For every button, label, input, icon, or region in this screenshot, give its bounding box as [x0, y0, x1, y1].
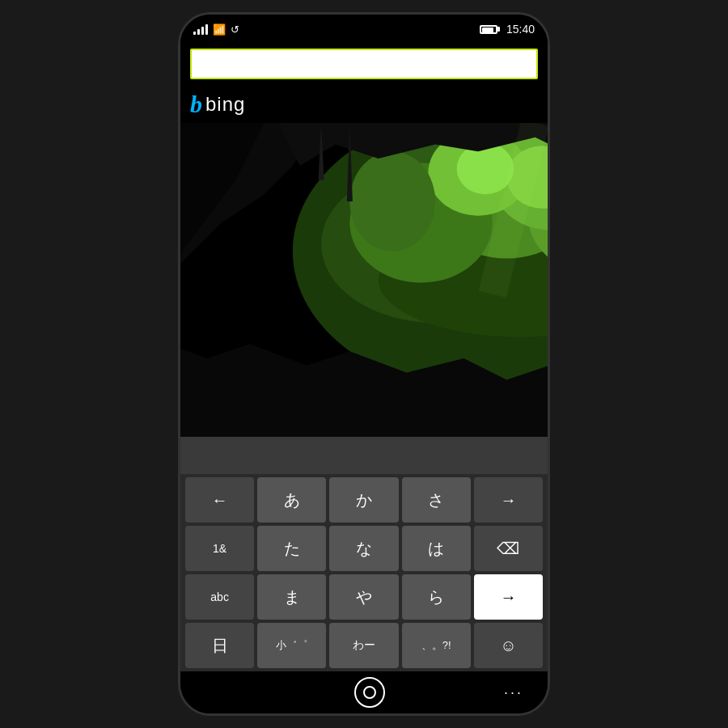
- keyboard-row-3: abc ま や ら →: [185, 574, 543, 620]
- keyboard: ← あ か さ → 1& た な は ⌫ abc ま や ら → 日 小゛゜ わ…: [180, 474, 548, 671]
- keyboard-row-4: 日 小゛゜ わー 、。?! ☺: [185, 623, 543, 668]
- key-ra-hiragana[interactable]: ら: [402, 574, 471, 620]
- image-area: [180, 123, 548, 437]
- bing-logo-area: b bing: [180, 86, 548, 123]
- sync-icon: ↺: [231, 23, 239, 36]
- key-back-arrow[interactable]: ←: [185, 477, 254, 523]
- signal-bars-icon: [193, 23, 208, 35]
- key-ka-hiragana[interactable]: か: [329, 477, 398, 523]
- key-ta-hiragana[interactable]: た: [257, 526, 326, 571]
- key-ma-hiragana[interactable]: ま: [257, 574, 326, 620]
- key-kanji-day[interactable]: 日: [185, 623, 254, 668]
- key-enter-arrow[interactable]: →: [474, 574, 543, 620]
- bing-logo: b bing: [190, 91, 245, 118]
- key-small-dakuten[interactable]: 小゛゜: [257, 623, 326, 668]
- search-input-container[interactable]: [190, 49, 538, 79]
- key-ha-hiragana[interactable]: は: [402, 526, 471, 571]
- keyboard-row-2: 1& た な は ⌫: [185, 526, 543, 571]
- bing-name-text: bing: [205, 93, 245, 116]
- phone-frame: 📶 ↺ 15:40 b bing: [178, 12, 550, 716]
- wifi-icon: 📶: [213, 23, 226, 36]
- key-wa-long[interactable]: わー: [329, 623, 398, 668]
- camera-button[interactable]: [354, 677, 385, 708]
- bottom-center-area: [354, 677, 385, 708]
- bing-b-letter: b: [190, 91, 202, 118]
- svg-point-12: [349, 151, 435, 251]
- key-backspace[interactable]: ⌫: [474, 526, 543, 571]
- key-sa-hiragana[interactable]: さ: [402, 477, 471, 523]
- key-a-hiragana[interactable]: あ: [257, 477, 326, 523]
- status-bar: 📶 ↺ 15:40: [180, 15, 548, 44]
- key-forward-arrow[interactable]: →: [474, 477, 543, 523]
- key-1-ampersand[interactable]: 1&: [185, 526, 254, 571]
- key-emoji[interactable]: ☺: [474, 623, 543, 668]
- cave-illustration: [180, 123, 548, 437]
- more-options-button[interactable]: ···: [504, 684, 523, 701]
- key-ya-hiragana[interactable]: や: [329, 574, 398, 620]
- bottom-bar: ···: [180, 671, 548, 713]
- key-abc[interactable]: abc: [185, 574, 254, 620]
- keyboard-row-1: ← あ か さ →: [185, 477, 543, 523]
- key-punctuation[interactable]: 、。?!: [402, 623, 471, 668]
- status-right: 15:40: [480, 23, 535, 36]
- status-left: 📶 ↺: [193, 23, 239, 36]
- search-bar-area: [180, 44, 548, 86]
- keyboard-suggestion-bar: [180, 437, 548, 474]
- status-time: 15:40: [506, 23, 535, 36]
- camera-inner-circle: [363, 686, 376, 699]
- battery-icon: [480, 25, 500, 34]
- key-na-hiragana[interactable]: な: [329, 526, 398, 571]
